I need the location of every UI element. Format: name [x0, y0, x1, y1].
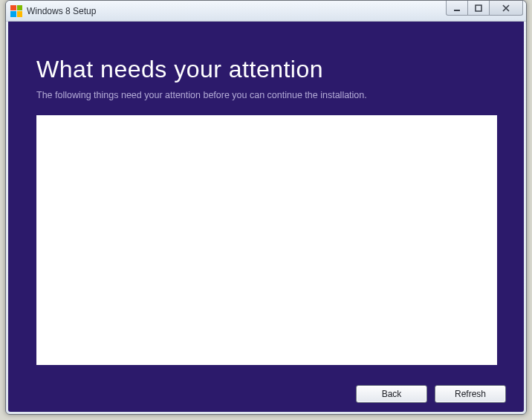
titlebar[interactable]: Windows 8 Setup [6, 1, 526, 22]
window-title: Windows 8 Setup [27, 6, 96, 16]
setup-window: Windows 8 Setup What needs your attentio… [5, 0, 527, 415]
svg-rect-0 [454, 10, 460, 11]
svg-rect-1 [476, 5, 481, 11]
refresh-button[interactable]: Refresh [435, 385, 506, 403]
client-area: What needs your attention The following … [8, 22, 524, 412]
attention-list-panel[interactable] [36, 115, 497, 365]
maximize-button[interactable] [467, 1, 490, 16]
windows-logo-icon [10, 5, 22, 17]
close-button[interactable] [489, 1, 523, 16]
window-controls [447, 1, 523, 16]
minimize-button[interactable] [446, 1, 468, 16]
page-subtitle: The following things need your attention… [36, 90, 367, 100]
footer-buttons: Back Refresh [356, 385, 506, 403]
page-title: What needs your attention [36, 56, 323, 83]
back-button[interactable]: Back [356, 385, 427, 403]
